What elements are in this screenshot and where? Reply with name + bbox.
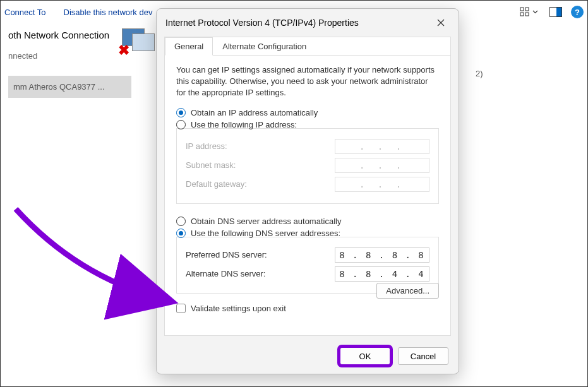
- radio-ip-auto[interactable]: Obtain an IP address automatically: [176, 108, 439, 117]
- validate-label: Validate settings upon exit: [191, 304, 286, 313]
- ok-button[interactable]: OK: [340, 347, 390, 365]
- subnet-mask-label: Subnet mask:: [186, 160, 236, 170]
- svg-rect-1: [525, 8, 529, 11]
- disable-device-link[interactable]: Disable this network dev: [64, 8, 153, 17]
- alternate-dns-label: Alternate DNS server:: [186, 269, 265, 278]
- tab-strip: General Alternate Configuration: [165, 37, 450, 56]
- ip-address-input: . . .: [335, 139, 429, 154]
- preview-pane-button[interactable]: [549, 7, 562, 17]
- radio-label: Obtain DNS server address automatically: [191, 217, 341, 226]
- error-x-icon: ✖: [118, 42, 129, 59]
- radio-label: Use the following DNS server addresses:: [191, 229, 340, 238]
- close-icon: [437, 19, 445, 27]
- subnet-mask-input: . . .: [335, 158, 429, 173]
- ipv4-properties-dialog: Internet Protocol Version 4 (TCP/IPv4) P…: [156, 8, 459, 374]
- connection-status: nnected: [8, 51, 109, 62]
- radio-label: Use the following IP address:: [191, 120, 297, 129]
- advanced-button[interactable]: Advanced...: [376, 283, 439, 299]
- default-gateway-label: Default gateway:: [186, 179, 247, 189]
- alternate-dns-input[interactable]: 8 . 8 . 4 . 4: [335, 266, 429, 282]
- radio-icon: [176, 217, 186, 226]
- network-adapter-icon: ✖: [118, 28, 153, 56]
- view-options-button[interactable]: [517, 6, 541, 18]
- close-button[interactable]: [432, 14, 450, 32]
- cancel-button[interactable]: Cancel: [398, 347, 448, 365]
- radio-dns-auto[interactable]: Obtain DNS server address automatically: [176, 217, 439, 226]
- radio-icon: [176, 229, 186, 238]
- help-icon[interactable]: ?: [571, 6, 584, 18]
- radio-icon: [176, 120, 186, 129]
- svg-rect-2: [520, 13, 524, 16]
- preferred-dns-input[interactable]: 8 . 8 . 8 . 8: [335, 247, 429, 263]
- adapter-list-item[interactable]: mm Atheros QCA9377 ...: [8, 76, 131, 98]
- checkbox-icon: [176, 304, 186, 313]
- tab-general[interactable]: General: [165, 37, 213, 56]
- ip-address-label: IP address:: [186, 141, 227, 151]
- connect-to-link[interactable]: Connect To: [4, 8, 46, 17]
- svg-rect-3: [525, 13, 529, 16]
- svg-rect-0: [520, 8, 524, 11]
- ip-manual-group: IP address: . . . Subnet mask: . . . Def…: [176, 128, 439, 204]
- chevron-down-icon: [532, 10, 538, 14]
- connection-name: oth Network Connection: [8, 28, 109, 42]
- validate-checkbox-row[interactable]: Validate settings upon exit: [176, 304, 439, 313]
- tab-alternate-configuration[interactable]: Alternate Configuration: [213, 37, 316, 56]
- default-gateway-input: . . .: [335, 177, 429, 192]
- radio-icon: [176, 108, 186, 117]
- description-text: You can get IP settings assigned automat…: [176, 64, 439, 99]
- radio-label: Obtain an IP address automatically: [191, 108, 318, 117]
- preferred-dns-label: Preferred DNS server:: [186, 250, 267, 259]
- item-count: 2): [476, 69, 483, 78]
- dialog-title: Internet Protocol Version 4 (TCP/IPv4) P…: [165, 18, 359, 28]
